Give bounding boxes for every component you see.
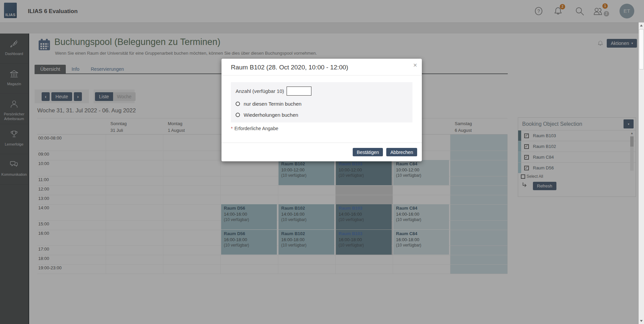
radio-row-single: nur diesen Termin buchen [236, 101, 408, 107]
scroll-down-icon[interactable] [640, 320, 643, 322]
radio-recurring-label: Wiederholungen buchen [244, 112, 298, 118]
amount-label: Anzahl (verfügbar 10) [236, 88, 284, 94]
close-icon[interactable]: × [413, 61, 417, 69]
amount-input[interactable] [287, 87, 311, 96]
radio-row-recurring: Wiederholungen buchen [236, 112, 408, 118]
ilias-app: ILIAS ILIAS 6 Evaluation ? 2 1 2 ET Dash… [0, 0, 644, 324]
booking-form: Anzahl (verfügbar 10) nur diesen Termin … [231, 82, 412, 122]
required-note-text: Erforderliche Angabe [234, 126, 278, 131]
scroll-thumb[interactable] [639, 29, 644, 69]
cancel-button[interactable]: Abbrechen [386, 148, 417, 156]
booking-modal: Raum B102 (28. Oct 2020, 10:00 - 12:00) … [221, 59, 422, 161]
radio-single-label: nur diesen Termin buchen [244, 101, 301, 107]
required-note: *Erforderliche Angabe [231, 126, 278, 131]
amount-row: Anzahl (verfügbar 10) [236, 87, 408, 96]
scroll-up-icon[interactable] [640, 24, 643, 26]
page-scrollbar[interactable] [639, 22, 644, 324]
modal-title: Raum B102 (28. Oct 2020, 10:00 - 12:00) [231, 64, 348, 71]
modal-backdrop [0, 0, 644, 324]
modal-header: Raum B102 (28. Oct 2020, 10:00 - 12:00) … [221, 59, 422, 75]
modal-footer: Bestätigen Abbrechen [221, 143, 422, 161]
radio-single-booking[interactable] [236, 102, 240, 106]
radio-recurring-booking[interactable] [236, 113, 240, 117]
confirm-button[interactable]: Bestätigen [353, 148, 383, 156]
required-asterisk: * [231, 126, 233, 131]
